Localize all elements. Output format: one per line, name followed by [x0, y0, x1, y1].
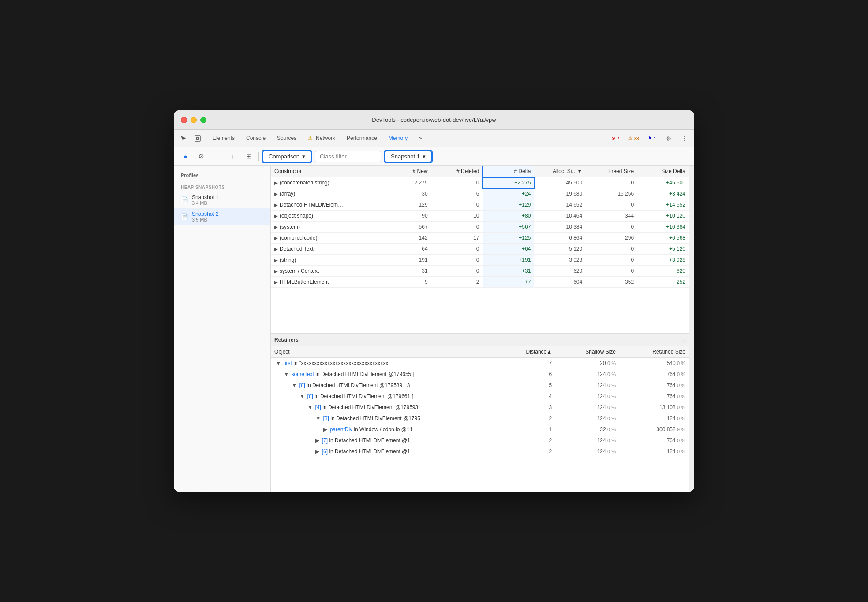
col-header-retained-size[interactable]: Retained Size: [619, 346, 689, 358]
alloc-size-cell: 6 864: [534, 233, 586, 244]
constructor-cell: ▶ Detached Text: [271, 244, 385, 255]
retainer-expand-icon[interactable]: ▼: [284, 371, 289, 377]
col-header-alloc-size[interactable]: Alloc. Si…▼: [534, 166, 586, 177]
col-header-constructor[interactable]: Constructor: [271, 166, 385, 177]
table-row[interactable]: ▶ (array) 30 6 +24 19 680 16 256 +3 424: [271, 188, 689, 199]
class-filter-input[interactable]: [315, 151, 381, 162]
retainer-link[interactable]: someText: [292, 371, 314, 377]
retainer-expand-icon[interactable]: ▼: [292, 382, 297, 388]
inspect-icon[interactable]: [191, 132, 204, 145]
expand-icon[interactable]: ▶: [274, 258, 278, 263]
more-options-icon[interactable]: ⋮: [678, 132, 691, 145]
table-row[interactable]: ▶ (concatenated string) 2 275 0 +2 275 4…: [271, 177, 689, 188]
expand-icon[interactable]: ▶: [274, 236, 278, 241]
constructor-cell: ▶ (string): [271, 255, 385, 266]
sidebar-item-snapshot2[interactable]: 📄 Snapshot 2 3.5 MB: [174, 208, 270, 225]
retainer-retained: 764 0 %: [619, 369, 689, 380]
retainer-expand-icon[interactable]: ▶: [315, 448, 319, 455]
col-header-object[interactable]: Object: [271, 346, 503, 358]
tab-more[interactable]: »: [414, 130, 427, 147]
retainer-row[interactable]: ▼ first in "xxxxxxxxxxxxxxxxxxxxxxxxxxxx…: [271, 358, 689, 369]
new-cell: 30: [385, 188, 431, 199]
retainer-expand-icon[interactable]: ▼: [315, 415, 321, 421]
tab-sources[interactable]: Sources: [272, 130, 302, 147]
constructor-cell: ▶ (object shape): [271, 211, 385, 222]
tab-network[interactable]: ⚠ Network: [303, 130, 340, 147]
heap-settings-button[interactable]: ⊞: [243, 150, 255, 162]
clear-button[interactable]: ⊘: [195, 150, 207, 162]
expand-icon[interactable]: ▶: [274, 269, 278, 274]
expand-icon[interactable]: ▶: [274, 181, 278, 185]
retainer-expand-icon[interactable]: ▶: [315, 437, 319, 444]
retainer-expand-icon[interactable]: ▶: [323, 426, 327, 433]
minimize-button[interactable]: [191, 117, 197, 123]
retainer-expand-icon[interactable]: ▼: [299, 393, 305, 399]
retainer-row[interactable]: ▶ parentDiv in Window / cdpn.io @11 1 32…: [271, 424, 689, 435]
download-button[interactable]: ↓: [227, 150, 239, 162]
size-delta-cell: +10 384: [637, 222, 689, 233]
table-row[interactable]: ▶ HTMLButtonElement 9 2 +7 604 352 +252: [271, 277, 689, 288]
constructor-cell: ▶ (system): [271, 222, 385, 233]
table-row[interactable]: ▶ Detached HTMLDivElem… 129 0 +129 14 65…: [271, 199, 689, 211]
col-header-new[interactable]: # New: [385, 166, 431, 177]
record-button[interactable]: ●: [179, 150, 191, 162]
drag-handle-icon[interactable]: ≡: [682, 336, 685, 343]
retainer-row[interactable]: ▼ [8] in Detached HTMLDivElement @179661…: [271, 391, 689, 402]
col-header-shallow-size[interactable]: Shallow Size: [555, 346, 619, 358]
table-row[interactable]: ▶ system / Context 31 0 +31 620 0 +620: [271, 266, 689, 277]
tab-elements[interactable]: Elements: [207, 130, 240, 147]
close-button[interactable]: [181, 117, 187, 123]
tab-performance[interactable]: Performance: [341, 130, 382, 147]
col-header-deleted[interactable]: # Deleted: [431, 166, 483, 177]
snapshot-dropdown-arrow: ▾: [423, 153, 426, 160]
retainer-row[interactable]: ▶ [7] in Detached HTMLDivElement @1 2 12…: [271, 435, 689, 446]
expand-icon[interactable]: ▶: [274, 203, 278, 207]
retainer-link[interactable]: [4]: [315, 404, 321, 410]
deleted-cell: 6: [431, 188, 483, 199]
retainer-link[interactable]: parentDiv: [330, 426, 352, 433]
retainer-row[interactable]: ▼ [3] in Detached HTMLDivElement @1795 2…: [271, 413, 689, 424]
table-row[interactable]: ▶ (system) 567 0 +567 10 384 0 +10 384: [271, 222, 689, 233]
retainers-table-wrap[interactable]: Object Distance▲ Shallow Size Retained S…: [271, 346, 689, 483]
info-icon: ⚑: [648, 135, 652, 141]
tab-memory[interactable]: Memory: [383, 130, 413, 147]
maximize-button[interactable]: [200, 117, 206, 123]
tab-console[interactable]: Console: [241, 130, 271, 147]
retainer-link[interactable]: first: [284, 360, 292, 366]
retainer-expand-icon[interactable]: ▼: [307, 404, 313, 410]
retainer-link[interactable]: [6]: [322, 448, 328, 455]
comparison-dropdown[interactable]: Comparison ▾: [262, 150, 311, 162]
col-header-freed-size[interactable]: Freed Size: [586, 166, 637, 177]
freed-size-cell: 352: [586, 277, 637, 288]
scrollbar[interactable]: [689, 166, 694, 492]
retainer-row[interactable]: ▶ [6] in Detached HTMLDivElement @1 2 12…: [271, 446, 689, 457]
col-header-delta[interactable]: # Delta: [483, 166, 534, 177]
retainer-expand-icon[interactable]: ▼: [276, 360, 281, 366]
sidebar-item-snapshot1[interactable]: 📄 Snapshot 1 3.4 MB: [174, 192, 270, 208]
expand-icon[interactable]: ▶: [274, 192, 278, 196]
retainer-row[interactable]: ▼ someText in Detached HTMLDivElement @1…: [271, 369, 689, 380]
comparison-table[interactable]: Constructor # New # Deleted # Delta Allo…: [271, 166, 689, 333]
cursor-icon[interactable]: [177, 132, 190, 145]
expand-icon[interactable]: ▶: [274, 214, 278, 218]
settings-icon[interactable]: ⚙: [662, 132, 675, 145]
upload-button[interactable]: ↑: [211, 150, 223, 162]
retainer-link[interactable]: [8]: [299, 382, 305, 388]
table-row[interactable]: ▶ (string) 191 0 +191 3 928 0 +3 928: [271, 255, 689, 266]
retainer-link[interactable]: [3]: [323, 415, 329, 421]
col-header-size-delta[interactable]: Size Delta: [637, 166, 689, 177]
snapshot-dropdown[interactable]: Snapshot 1 ▾: [385, 150, 432, 162]
retainer-row[interactable]: ▼ [8] in Detached HTMLDivElement @179589…: [271, 380, 689, 391]
table-row[interactable]: ▶ (object shape) 90 10 +80 10 464 344 +1…: [271, 211, 689, 222]
traffic-lights: [181, 117, 206, 123]
retainer-row[interactable]: ▼ [4] in Detached HTMLDivElement @179593…: [271, 402, 689, 413]
table-row[interactable]: ▶ Detached Text 64 0 +64 5 120 0 +5 120: [271, 244, 689, 255]
expand-icon[interactable]: ▶: [274, 247, 278, 252]
expand-icon[interactable]: ▶: [274, 280, 278, 285]
table-row[interactable]: ▶ (compiled code) 142 17 +125 6 864 296 …: [271, 233, 689, 244]
retainer-link[interactable]: [7]: [322, 437, 328, 444]
expand-icon[interactable]: ▶: [274, 225, 278, 230]
constructor-name: HTMLButtonElement: [280, 279, 329, 285]
retainer-link[interactable]: [8]: [307, 393, 313, 399]
col-header-distance[interactable]: Distance▲: [503, 346, 556, 358]
